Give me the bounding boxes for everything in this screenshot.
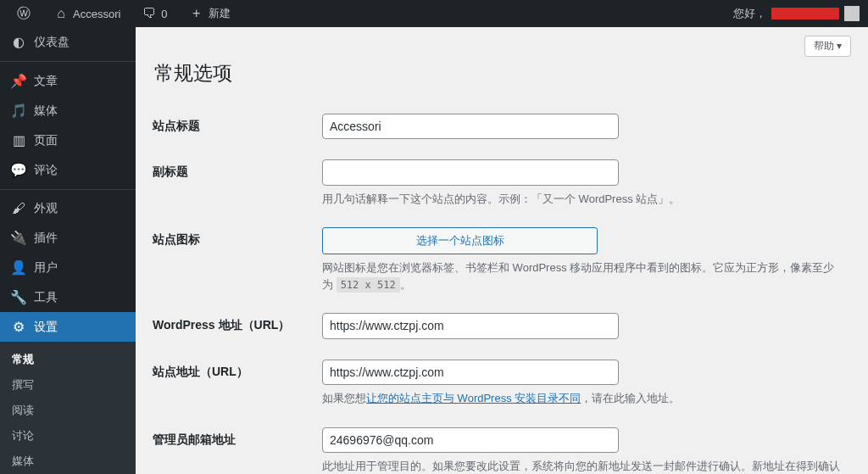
wp-logo[interactable]: ⓦ: [8, 0, 39, 27]
label-site-url: 站点地址（URL）: [153, 349, 322, 417]
settings-submenu: 常规 撰写 阅读 讨论 媒体 固定链接 隐私: [0, 342, 136, 474]
user-icon: 👤: [10, 259, 27, 276]
media-icon: 🎵: [10, 103, 27, 119]
submenu-discussion[interactable]: 讨论: [0, 423, 136, 449]
username-redacted: [771, 8, 839, 20]
label-site-title: 站点标题: [153, 103, 322, 149]
comments-link[interactable]: 🗨0: [134, 0, 174, 27]
menu-pages[interactable]: ▥页面: [0, 125, 136, 155]
menu-appearance[interactable]: 🖌外观: [0, 194, 136, 223]
admin-sidebar: ◐仪表盘 📌文章 🎵媒体 ▥页面 💬评论 🖌外观 🔌插件 👤用户 🔧工具 ⚙设置…: [0, 27, 136, 474]
desc-admin-email: 此地址用于管理目的。如果您要改此设置，系统将向您的新地址发送一封邮件进行确认。新…: [322, 458, 843, 474]
dashboard-icon: ◐: [10, 34, 27, 50]
button-choose-site-icon[interactable]: 选择一个站点图标: [322, 227, 598, 254]
site-name-text: Accessori: [73, 8, 120, 20]
new-label: 新建: [209, 6, 231, 21]
desc-tagline: 用几句话解释一下这个站点的内容。示例：「又一个 WordPress 站点」。: [322, 191, 843, 208]
submenu-media[interactable]: 媒体: [0, 449, 136, 474]
submenu-writing[interactable]: 撰写: [0, 372, 136, 398]
label-tagline: 副标题: [153, 149, 322, 217]
home-icon: ⌂: [53, 6, 70, 21]
help-tab[interactable]: 帮助 ▾: [804, 36, 851, 57]
input-admin-email[interactable]: [322, 427, 619, 453]
input-tagline[interactable]: [322, 159, 619, 185]
submenu-general[interactable]: 常规: [0, 347, 136, 372]
wordpress-icon: ⓦ: [15, 5, 32, 23]
main-content: 帮助 ▾ 常规选项 站点标题 副标题 用几句话解释一下这个站点的内容。示例：「又…: [136, 27, 868, 474]
admin-toolbar: ⓦ ⌂Accessori 🗨0 +新建 您好，: [0, 0, 868, 27]
menu-dashboard[interactable]: ◐仪表盘: [0, 27, 136, 57]
site-name-link[interactable]: ⌂Accessori: [46, 0, 127, 27]
slider-icon: ⚙: [10, 319, 27, 335]
menu-settings[interactable]: ⚙设置: [0, 312, 136, 342]
new-content-link[interactable]: +新建: [181, 0, 237, 27]
howdy-text: 您好，: [733, 6, 766, 21]
desc-site-url: 如果您想让您的站点主页与 WordPress 安装目录不同，请在此输入地址。: [322, 390, 843, 407]
page-icon: ▥: [10, 132, 27, 148]
wrench-icon: 🔧: [10, 289, 27, 305]
page-title: 常规选项: [154, 60, 851, 86]
menu-users[interactable]: 👤用户: [0, 253, 136, 282]
avatar[interactable]: [844, 6, 860, 21]
comment-icon: 🗨: [141, 6, 158, 21]
plugin-icon: 🔌: [10, 230, 27, 246]
menu-comments[interactable]: 💬评论: [0, 155, 136, 185]
menu-tools[interactable]: 🔧工具: [0, 282, 136, 312]
label-wp-url: WordPress 地址（URL）: [153, 303, 322, 349]
label-site-icon: 站点图标: [153, 217, 322, 303]
input-site-url[interactable]: [322, 360, 619, 385]
plus-icon: +: [188, 6, 205, 21]
input-wp-url[interactable]: [322, 313, 619, 338]
brush-icon: 🖌: [10, 201, 27, 216]
comment-icon: 💬: [10, 162, 27, 178]
label-admin-email: 管理员邮箱地址: [153, 417, 322, 474]
desc-site-icon: 网站图标是您在浏览器标签、书签栏和 WordPress 移动应用程序中看到的图标…: [322, 259, 843, 293]
menu-plugins[interactable]: 🔌插件: [0, 223, 136, 253]
pin-icon: 📌: [10, 73, 27, 89]
link-site-url-help[interactable]: 让您的站点主页与 WordPress 安装目录不同: [366, 392, 581, 404]
menu-posts[interactable]: 📌文章: [0, 66, 136, 96]
submenu-reading[interactable]: 阅读: [0, 398, 136, 423]
menu-media[interactable]: 🎵媒体: [0, 96, 136, 125]
input-site-title[interactable]: [322, 114, 619, 139]
comment-count: 0: [161, 8, 167, 20]
